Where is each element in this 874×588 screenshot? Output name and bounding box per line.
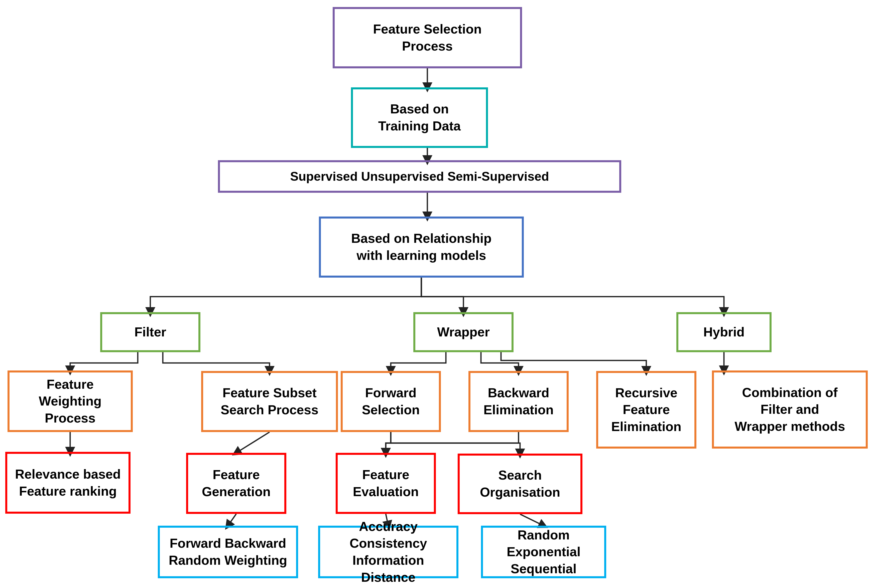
node-forward-backward: Forward Backward Random Weighting xyxy=(158,526,298,578)
node-feature-selection-label: Feature Selection Process xyxy=(373,21,481,55)
node-forward-selection: Forward Selection xyxy=(341,371,441,432)
node-wrapper: Wrapper xyxy=(413,312,513,352)
diagram: Feature Selection Process Based on Train… xyxy=(0,0,874,588)
node-feature-weighting: Feature Weighting Process xyxy=(8,370,133,432)
node-feature-selection: Feature Selection Process xyxy=(332,7,522,68)
node-based-on-training-label: Based on Training Data xyxy=(378,100,461,134)
node-backward-elimination: Backward Elimination xyxy=(468,371,569,432)
node-feature-evaluation: Feature Evaluation xyxy=(335,453,436,514)
node-recursive-feature-label: Recursive Feature Elimination xyxy=(611,384,681,435)
node-relevance-ranking-label: Relevance based Feature ranking xyxy=(15,466,121,500)
node-accuracy-consistency: Accuracy Consistency Information Distanc… xyxy=(318,526,459,578)
node-recursive-feature: Recursive Feature Elimination xyxy=(596,371,696,448)
node-feature-generation: Feature Generation xyxy=(186,453,286,514)
svg-line-5 xyxy=(236,432,269,453)
node-feature-generation-label: Feature Generation xyxy=(202,466,271,500)
node-based-on-relationship-label: Based on Relationship with learning mode… xyxy=(351,230,492,264)
node-supervised-group: Supervised Unsupervised Semi-Supervised xyxy=(218,160,621,193)
node-forward-backward-label: Forward Backward Random Weighting xyxy=(169,535,287,569)
svg-line-6 xyxy=(228,514,236,526)
node-search-organisation: Search Organisation xyxy=(458,454,582,514)
node-random-exponential-label: Random Exponential Sequential xyxy=(490,526,597,578)
node-accuracy-consistency-label: Accuracy Consistency Information Distanc… xyxy=(328,518,449,586)
node-forward-selection-label: Forward Selection xyxy=(362,384,420,418)
node-feature-weighting-label: Feature Weighting Process xyxy=(17,376,123,427)
node-hybrid: Hybrid xyxy=(676,312,772,352)
node-combination-label: Combination of Filter and Wrapper method… xyxy=(734,384,845,435)
node-combination: Combination of Filter and Wrapper method… xyxy=(712,370,868,448)
node-feature-evaluation-label: Feature Evaluation xyxy=(353,466,419,500)
node-search-organisation-label: Search Organisation xyxy=(480,467,560,501)
node-relevance-ranking: Relevance based Feature ranking xyxy=(5,452,131,514)
node-feature-subset-label: Feature Subset Search Process xyxy=(221,384,318,418)
node-based-on-relationship: Based on Relationship with learning mode… xyxy=(319,216,524,278)
node-filter: Filter xyxy=(100,312,200,352)
node-feature-subset: Feature Subset Search Process xyxy=(201,371,338,432)
node-based-on-training: Based on Training Data xyxy=(351,87,488,148)
node-wrapper-label: Wrapper xyxy=(437,324,490,340)
svg-line-8 xyxy=(520,514,544,526)
node-filter-label: Filter xyxy=(134,324,166,340)
node-hybrid-label: Hybrid xyxy=(703,324,745,340)
node-supervised-group-label: Supervised Unsupervised Semi-Supervised xyxy=(290,168,549,185)
node-backward-elimination-label: Backward Elimination xyxy=(483,384,554,418)
node-random-exponential: Random Exponential Sequential xyxy=(481,526,606,578)
